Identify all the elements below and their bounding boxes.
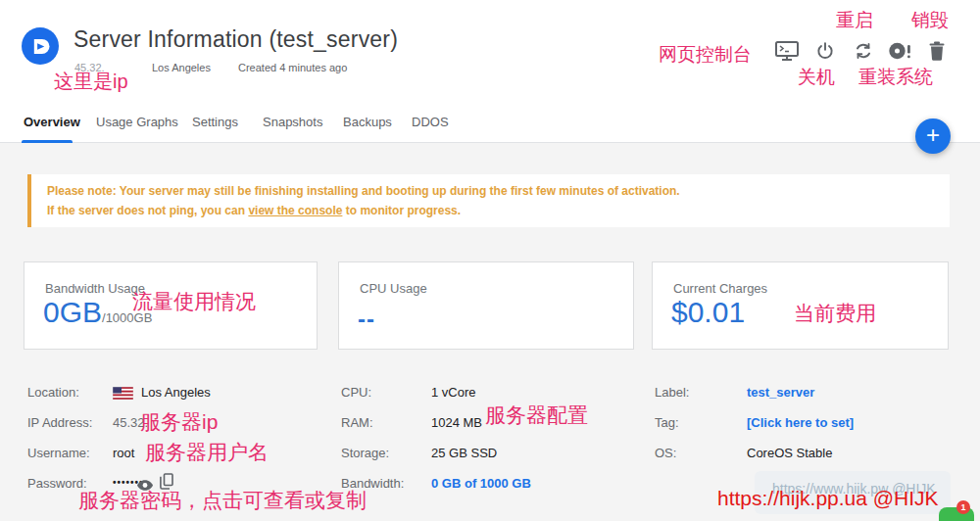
bandwidth-detail-link[interactable]: 0 GB of 1000 GB (431, 476, 531, 491)
show-password-button[interactable] (137, 477, 153, 495)
storage-value: 25 GB SSD (431, 446, 497, 460)
location-label: Location: (27, 385, 79, 400)
ip-address-value: 45.32. (113, 415, 148, 430)
os-label: OS: (655, 446, 676, 460)
coreos-logo-icon (22, 27, 59, 65)
storage-label: Storage: (341, 446, 389, 460)
notice-line-2: If the server does not ping, you can vie… (47, 204, 461, 217)
tab-snapshots[interactable]: Snapshots (263, 115, 322, 129)
bandwidth-total: /1000GB (102, 310, 152, 325)
tab-ddos[interactable]: DDOS (412, 115, 449, 129)
bandwidth-usage-card: Bandwidth Usage 0GB/1000GB (24, 261, 318, 350)
copy-password-button[interactable] (160, 473, 173, 494)
cpu-card-label: CPU Usage (360, 281, 427, 296)
ip-address-label: IP Address: (27, 415, 92, 430)
username-value: root (113, 446, 134, 460)
tab-bar: Overview Usage Graphs Settings Snapshots… (0, 103, 980, 143)
cpu-label: CPU: (341, 385, 371, 400)
annotation-shutdown: 关机 (798, 65, 835, 90)
cpu-value: 1 vCore (431, 385, 476, 400)
trash-icon (929, 41, 945, 61)
notice-line-1: Please note: Your server may still be fi… (47, 184, 680, 198)
ram-label: RAM: (341, 415, 373, 430)
restart-button[interactable] (854, 41, 877, 63)
annotation-restart: 重启 (836, 8, 873, 33)
annotation-reinstall: 重装系统 (858, 65, 933, 90)
destroy-button[interactable] (929, 41, 953, 63)
console-monitor-icon (775, 41, 799, 63)
tag-set-link[interactable]: [Click here to set] (747, 415, 854, 430)
notice-line2-suffix: to monitor progress. (342, 204, 461, 217)
view-console-link[interactable]: view the console (248, 204, 342, 217)
server-info-page: Server Information (test_server) 45.32. … (0, 0, 980, 521)
tag-label: Tag: (655, 415, 679, 430)
annotation-web-console: 网页控制台 (659, 42, 752, 68)
activation-notice: Please note: Your server may still be fi… (27, 174, 950, 227)
bandwidth-card-label: Bandwidth Usage (45, 281, 145, 296)
us-flag-icon (113, 386, 133, 403)
charges-card-label: Current Charges (673, 281, 767, 296)
server-label-link[interactable]: test_server (747, 385, 814, 400)
cpu-card-value: -- (358, 306, 375, 333)
copy-icon (160, 473, 173, 490)
password-label: Password: (27, 476, 87, 491)
annotation-destroy: 销毁 (911, 8, 949, 33)
ram-value: 1024 MB (431, 415, 482, 430)
server-ip-subtitle: 45.32. (74, 62, 105, 73)
tab-settings[interactable]: Settings (192, 115, 238, 129)
cpu-usage-card: CPU Usage -- (338, 261, 634, 350)
eye-icon (137, 480, 153, 491)
chat-unread-badge: 1 (956, 500, 970, 514)
server-created-subtitle: Created 4 minutes ago (238, 62, 347, 73)
current-charges-card: Current Charges $0.01 (652, 261, 949, 350)
tab-overview[interactable]: Overview (24, 115, 80, 129)
watermark-red-text: https://hijk.pp.ua @HIJK (717, 487, 939, 510)
bandwidth-used: 0GB (43, 296, 102, 328)
tab-backups[interactable]: Backups (343, 115, 392, 129)
username-label: Username: (27, 446, 90, 460)
page-title: Server Information (test_server) (74, 26, 398, 53)
bandwidth-label: Bandwidth: (341, 476, 404, 491)
tab-usage-graphs[interactable]: Usage Graphs (96, 115, 178, 129)
power-button[interactable] (815, 41, 839, 63)
bandwidth-card-value: 0GB/1000GB (43, 296, 152, 329)
reinstall-button[interactable] (888, 41, 911, 63)
charges-card-value: $0.01 (671, 296, 745, 329)
location-value: Los Angeles (141, 385, 211, 400)
deploy-new-server-fab[interactable]: + (915, 118, 951, 154)
reinstall-disc-icon (888, 41, 911, 61)
notice-line2-prefix: If the server does not ping, you can (47, 204, 248, 217)
os-value: CoreOS Stable (747, 446, 832, 460)
web-console-button[interactable] (775, 41, 799, 63)
label-label: Label: (655, 385, 689, 400)
power-icon (815, 41, 835, 61)
restart-icon (854, 41, 873, 61)
server-location-subtitle: Los Angeles (152, 62, 211, 73)
